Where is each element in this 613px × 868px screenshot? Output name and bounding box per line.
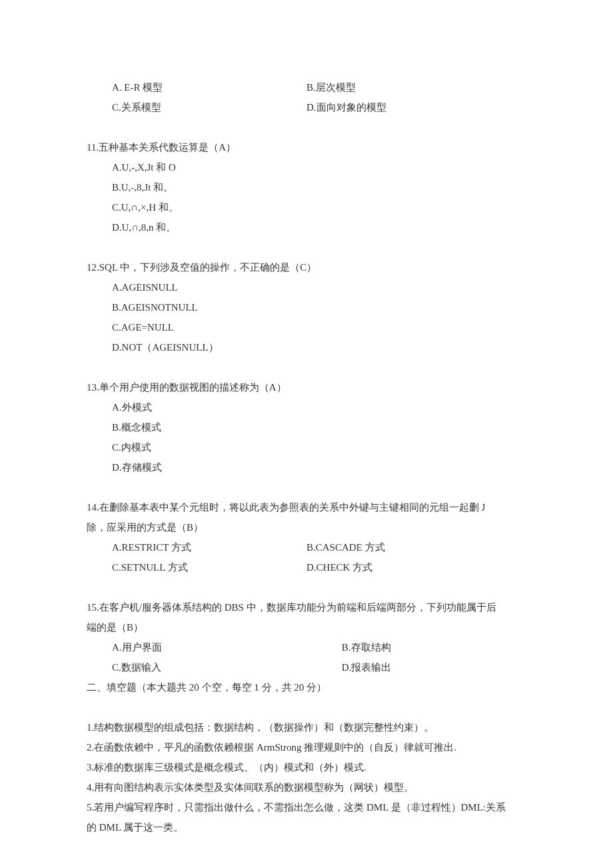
question-14: 14.在删除基本表中某个元组时，将以此表为参照表的关系中外键与主键相同的元组一起…	[87, 497, 526, 577]
question-stem: 13.单个用户使用的数据视图的描述称为（A）	[87, 377, 526, 397]
option-d: D.面向对象的模型	[306, 97, 526, 117]
question-stem-line1: 14.在删除基本表中某个元组时，将以此表为参照表的关系中外键与主键相同的元组一起…	[87, 497, 526, 517]
option-c: C.U,∩,×,H 和。	[87, 197, 526, 217]
fill-item-2: 2.在函数依赖中，平凡的函数依赖根据 ArmStrong 推理规则中的（自反）律…	[87, 737, 526, 757]
fill-item-5-line1: 5.若用户编写程序时，只需指出做什么，不需指出怎么做，这类 DML 是（非过程性…	[87, 797, 526, 817]
option-a: A.RESTRICT 方式	[87, 537, 306, 557]
option-a: A.用户界面	[87, 637, 342, 657]
option-d: D.报表输出	[342, 657, 526, 677]
question-11: 11.五种基本关系代数运算是（A） A.U,-,X,Jt 和 O B.U,-,8…	[87, 137, 526, 237]
option-b: B.CASCADE 方式	[306, 537, 526, 557]
fill-item-4: 4.用有向图结构表示实体类型及实体间联系的数据模型称为（网状）模型。	[87, 777, 526, 797]
option-c: C.AGE=NULL	[87, 317, 526, 337]
fill-item-5-line2: 的 DML 属于这一类。	[87, 817, 526, 837]
fill-in-blank-list: 1.结构数据模型的组成包括：数据结构，（数据操作）和（数据完整性约束）。 2.在…	[87, 717, 526, 837]
option-c: C.SETNULL 方式	[87, 557, 306, 577]
option-a: A. E-R 模型	[87, 77, 306, 97]
option-b: B.U,-,8,Jt 和。	[87, 177, 526, 197]
option-d: D.NOT（AGEISNULL）	[87, 337, 526, 357]
question-stem-line1: 15.在客户机/服务器体系结构的 DBS 中，数据库功能分为前端和后端两部分，下…	[87, 597, 526, 617]
q10-options: A. E-R 模型 B.层次模型 C.关系模型 D.面向对象的模型	[87, 77, 526, 117]
option-d: D.CHECK 方式	[306, 557, 526, 577]
option-b: B.概念模式	[87, 417, 526, 437]
question-13: 13.单个用户使用的数据视图的描述称为（A） A.外模式 B.概念模式 C.内模…	[87, 377, 526, 477]
option-a: A.外模式	[87, 397, 526, 417]
question-12: 12.SQL 中，下列涉及空值的操作，不正确的是（C） A.AGEISNULL …	[87, 257, 526, 357]
question-15: 15.在客户机/服务器体系结构的 DBS 中，数据库功能分为前端和后端两部分，下…	[87, 597, 526, 677]
option-c: C.数据输入	[87, 657, 342, 677]
section-heading: 二、填空题（本大题共 20 个空，每空 1 分，共 20 分）	[87, 677, 526, 697]
option-a: A.AGEISNULL	[87, 277, 526, 297]
option-d: D.U,∩,8,n 和。	[87, 217, 526, 237]
option-c: C.内模式	[87, 437, 526, 457]
question-stem-line2: 除，应采用的方式是（B）	[87, 517, 526, 537]
fill-item-1: 1.结构数据模型的组成包括：数据结构，（数据操作）和（数据完整性约束）。	[87, 717, 526, 737]
question-stem: 11.五种基本关系代数运算是（A）	[87, 137, 526, 157]
question-stem: 12.SQL 中，下列涉及空值的操作，不正确的是（C）	[87, 257, 526, 277]
fill-item-3: 3.标准的数据库三级模式是概念模式、（内）模式和（外）模式.	[87, 757, 526, 777]
option-b: B.AGEISNOTNULL	[87, 297, 526, 317]
question-stem-line2: 端的是（B）	[87, 617, 526, 637]
option-b: B.存取结构	[342, 637, 526, 657]
option-b: B.层次模型	[306, 77, 526, 97]
option-a: A.U,-,X,Jt 和 O	[87, 157, 526, 177]
option-d: D.存储模式	[87, 457, 526, 477]
option-c: C.关系模型	[87, 97, 306, 117]
